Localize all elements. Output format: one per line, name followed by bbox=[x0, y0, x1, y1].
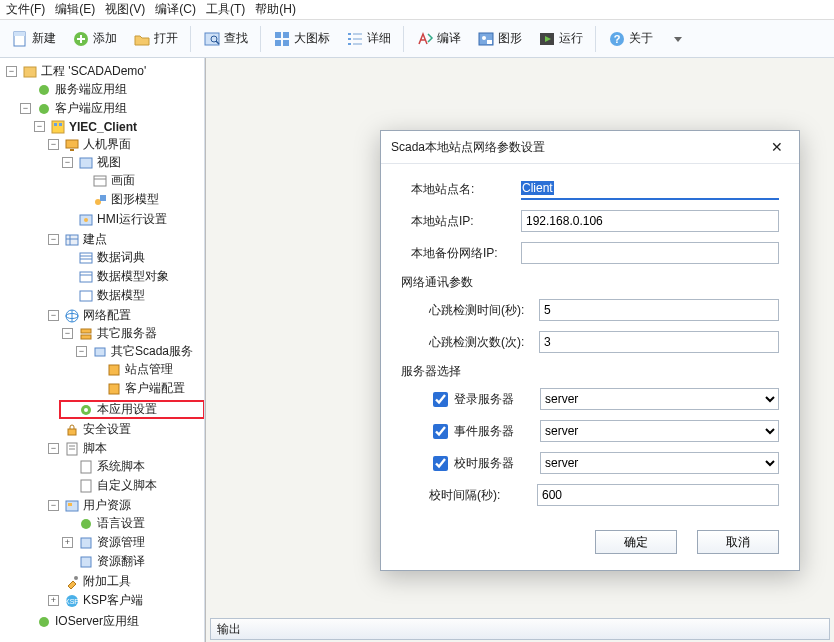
tb-find[interactable]: 查找 bbox=[196, 26, 255, 52]
menu-bar: 文件(F) 编辑(E) 视图(V) 编译(C) 工具(T) 帮助(H) bbox=[0, 0, 834, 20]
about-icon: ? bbox=[608, 30, 626, 48]
collapse-icon[interactable]: − bbox=[48, 139, 59, 150]
svg-rect-12 bbox=[348, 38, 351, 40]
tree-build-point[interactable]: −建点 bbox=[46, 231, 204, 248]
collapse-icon[interactable]: − bbox=[48, 500, 59, 511]
menu-tools[interactable]: 工具(T) bbox=[206, 1, 245, 18]
tree-client-app-group[interactable]: −客户端应用组 bbox=[18, 100, 204, 117]
svg-rect-10 bbox=[348, 33, 351, 35]
collapse-icon[interactable]: − bbox=[48, 234, 59, 245]
tb-dropdown[interactable] bbox=[662, 26, 694, 52]
tree-addon-tools[interactable]: 附加工具 bbox=[46, 573, 204, 590]
tb-open[interactable]: 打开 bbox=[126, 26, 185, 52]
svg-rect-45 bbox=[80, 272, 92, 282]
event-server-select[interactable]: server bbox=[540, 420, 779, 442]
tree-custom-script[interactable]: 自定义脚本 bbox=[60, 477, 204, 494]
tree-hmi[interactable]: −人机界面 bbox=[46, 136, 204, 153]
collapse-icon[interactable]: − bbox=[20, 103, 31, 114]
tree-other-server[interactable]: −其它服务器 bbox=[60, 325, 204, 342]
tree-server-app-group[interactable]: 服务端应用组 bbox=[18, 81, 204, 98]
site-name-input[interactable]: Client bbox=[521, 178, 779, 200]
menu-compile[interactable]: 编译(C) bbox=[155, 1, 196, 18]
cancel-button[interactable]: 取消 bbox=[697, 530, 779, 554]
login-server-checkbox[interactable] bbox=[433, 392, 448, 407]
tree-data-model-obj[interactable]: 数据模型对象 bbox=[60, 268, 204, 285]
table-icon bbox=[78, 250, 94, 266]
time-server-checkbox[interactable] bbox=[433, 456, 448, 471]
tb-compile[interactable]: 编译 bbox=[409, 26, 468, 52]
project-tree[interactable]: − 工程 'SCADADemo' 服务端应用组 −客户端应用组 −YIEC_Cl… bbox=[0, 58, 205, 642]
tree-ksp-client[interactable]: +KSPKSP客户端 bbox=[46, 592, 204, 609]
tree-client-cfg[interactable]: 客户端配置 bbox=[88, 380, 204, 397]
menu-edit[interactable]: 编辑(E) bbox=[55, 1, 95, 18]
menu-help[interactable]: 帮助(H) bbox=[255, 1, 296, 18]
tree-project-root[interactable]: − 工程 'SCADADemo' bbox=[4, 63, 204, 80]
expand-icon[interactable]: + bbox=[48, 595, 59, 606]
tree-lang-setting[interactable]: 语言设置 bbox=[60, 515, 204, 532]
collapse-icon[interactable]: − bbox=[34, 121, 45, 132]
svg-rect-14 bbox=[348, 43, 351, 45]
collapse-icon[interactable]: − bbox=[76, 346, 87, 357]
collapse-icon[interactable]: − bbox=[48, 310, 59, 321]
output-panel-header[interactable]: 输出 bbox=[210, 618, 830, 640]
settings-icon bbox=[78, 212, 94, 228]
tree-ioserver-group[interactable]: IOServer应用组 bbox=[18, 613, 204, 630]
tree-user-res[interactable]: −用户资源 bbox=[46, 497, 204, 514]
tb-large-icon[interactable]: 大图标 bbox=[266, 26, 337, 52]
login-server-select[interactable]: server bbox=[540, 388, 779, 410]
sync-interval-input[interactable] bbox=[537, 484, 779, 506]
close-icon: ✕ bbox=[771, 139, 783, 155]
tb-run[interactable]: 运行 bbox=[531, 26, 590, 52]
tree-graphic-model[interactable]: 图形模型 bbox=[74, 191, 204, 208]
svg-point-72 bbox=[39, 617, 49, 627]
backup-ip-input[interactable] bbox=[521, 242, 779, 264]
tree-data-dict[interactable]: 数据词典 bbox=[60, 249, 204, 266]
collapse-icon[interactable]: − bbox=[6, 66, 17, 77]
screen-icon bbox=[92, 173, 108, 189]
ok-button[interactable]: 确定 bbox=[595, 530, 677, 554]
tree-this-app-setting[interactable]: 本应用设置 bbox=[60, 401, 204, 418]
tree-net-config[interactable]: −网络配置 bbox=[46, 307, 204, 324]
tree-security[interactable]: 安全设置 bbox=[46, 421, 204, 438]
tb-graphic-label: 图形 bbox=[498, 30, 522, 47]
svg-rect-67 bbox=[81, 538, 91, 548]
tree-view[interactable]: −视图 bbox=[60, 154, 204, 171]
tree-data-model[interactable]: 数据模型 bbox=[60, 287, 204, 304]
server-select-label: 服务器选择 bbox=[401, 363, 779, 380]
tree-sys-script[interactable]: 系统脚本 bbox=[60, 458, 204, 475]
compile-icon bbox=[416, 30, 434, 48]
lang-icon bbox=[78, 516, 94, 532]
menu-view[interactable]: 视图(V) bbox=[105, 1, 145, 18]
collapse-icon[interactable]: − bbox=[62, 157, 73, 168]
tree-res-mgmt[interactable]: +资源管理 bbox=[60, 534, 204, 551]
tree-script[interactable]: −脚本 bbox=[46, 440, 204, 457]
tb-detail[interactable]: 详细 bbox=[339, 26, 398, 52]
svg-rect-68 bbox=[81, 557, 91, 567]
collapse-icon[interactable]: − bbox=[48, 443, 59, 454]
dialog-close-button[interactable]: ✕ bbox=[765, 137, 789, 157]
tb-new-label: 新建 bbox=[32, 30, 56, 47]
heartbeat-time-input[interactable] bbox=[539, 299, 779, 321]
tree-site-mgmt[interactable]: 站点管理 bbox=[88, 361, 204, 378]
heartbeat-count-input[interactable] bbox=[539, 331, 779, 353]
svg-rect-36 bbox=[100, 195, 106, 201]
svg-rect-18 bbox=[487, 40, 492, 44]
event-server-checkbox[interactable] bbox=[433, 424, 448, 439]
tree-hmi-run[interactable]: HMI运行设置 bbox=[60, 211, 204, 228]
tree-yiec-client[interactable]: −YIEC_Client bbox=[32, 118, 204, 135]
tb-new[interactable]: 新建 bbox=[4, 26, 63, 52]
expand-icon[interactable]: + bbox=[62, 537, 73, 548]
site-ip-input[interactable] bbox=[521, 210, 779, 232]
tree-screen[interactable]: 画面 bbox=[74, 172, 204, 189]
tb-about[interactable]: ? 关于 bbox=[601, 26, 660, 52]
tree-other-scada[interactable]: −其它Scada服务 bbox=[74, 343, 204, 360]
time-server-select[interactable]: server bbox=[540, 452, 779, 474]
backup-ip-label: 本地备份网络IP: bbox=[411, 245, 521, 262]
tb-add[interactable]: 添加 bbox=[65, 26, 124, 52]
menu-file[interactable]: 文件(F) bbox=[6, 1, 45, 18]
tree-res-trans[interactable]: 资源翻译 bbox=[60, 553, 204, 570]
svg-rect-58 bbox=[68, 429, 76, 435]
tb-graphic[interactable]: 图形 bbox=[470, 26, 529, 52]
collapse-icon[interactable]: − bbox=[62, 328, 73, 339]
script-icon bbox=[78, 459, 94, 475]
